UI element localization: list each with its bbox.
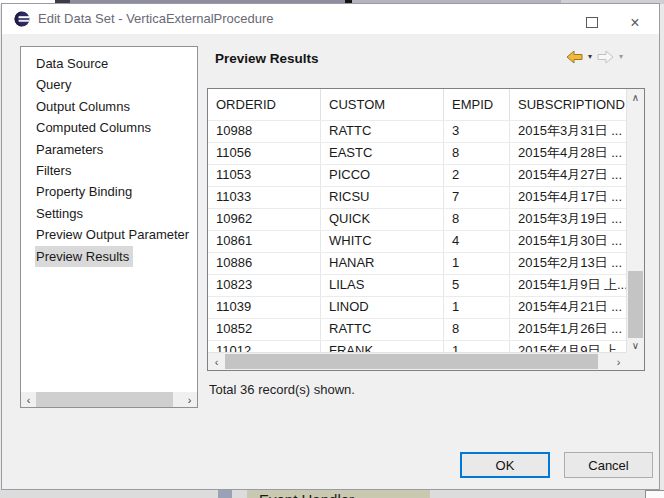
cell-empid: 3 [444,121,510,142]
table-row[interactable]: 10852 RATTC 8 2015年1月26日 ... [208,318,627,340]
scroll-left-icon[interactable]: ‹ [21,392,36,407]
table-header-cell[interactable]: ORDERID [208,89,321,120]
screen: Edit Data Set - VerticaExternalProcedure… [0,0,664,498]
scrollbar-thumb[interactable] [225,354,598,369]
title-bar[interactable]: Edit Data Set - VerticaExternalProcedure… [2,4,659,34]
cell-empid: 8 [444,143,510,164]
cell-subscriptiondate: 2015年4月21日 ... [510,297,627,318]
cell-custom: WHITC [321,231,444,252]
scroll-left-icon[interactable]: ‹ [208,353,225,370]
scrollbar-thumb[interactable] [36,392,173,407]
table-vertical-scrollbar[interactable]: ∧ ∨ [626,89,644,353]
background-tab: Event Handler [247,490,430,498]
cell-orderid: 10886 [208,253,321,274]
table-header-cell[interactable]: SUBSCRIPTIOND [510,89,627,120]
close-button[interactable]: × [617,8,653,37]
table-header-cell[interactable]: CUSTOM [321,89,444,120]
sidebar-item-label: Filters [35,160,75,181]
sidebar-item[interactable]: Parameters [21,139,197,160]
forward-menu-caret-icon[interactable]: ▾ [619,53,623,61]
back-arrow-icon[interactable] [566,50,583,64]
ok-button[interactable]: OK [460,452,550,478]
sidebar-item[interactable]: Output Columns [21,96,197,117]
sidebar-item-label: Output Columns [35,96,134,117]
cell-custom: RATTC [321,319,444,340]
cell-subscriptiondate: 2015年2月13日 ... [510,253,627,274]
forward-arrow-icon[interactable] [597,50,614,64]
background-fragment [645,490,664,498]
table-header-row: ORDERID CUSTOM EMPID SUBSCRIPTIOND [208,89,627,120]
sidebar-item-label: Preview Output Parameter [35,224,193,245]
cell-custom: PICCO [321,165,444,186]
sidebar-item[interactable]: Filters [21,160,197,181]
column-label: SUBSCRIPTIOND [518,97,625,112]
sidebar-item-label: Preview Results [35,246,133,267]
cell-orderid: 10823 [208,275,321,296]
cell-custom: LINOD [321,297,444,318]
back-menu-caret-icon[interactable]: ▾ [588,53,592,61]
table-row[interactable]: 10988 RATTC 3 2015年3月31日 ... [208,120,627,142]
cell-custom: RICSU [321,187,444,208]
history-nav: ▾ ▾ [566,50,623,64]
sidebar-items: Data Source Query Output Columns Compute… [21,53,197,267]
maximize-icon [586,17,598,28]
cell-subscriptiondate: 2015年3月31日 ... [510,121,627,142]
cell-empid: 8 [444,209,510,230]
table-row[interactable]: 11033 RICSU 7 2015年4月17日 ... [208,186,627,208]
scrollbar-thumb[interactable] [628,271,643,338]
preview-results-table: ORDERID CUSTOM EMPID SUBSCRIPTIOND 10988… [207,88,645,371]
table-row[interactable]: 11053 PICCO 2 2015年4月27日 ... [208,164,627,186]
scroll-up-icon[interactable]: ∧ [627,89,644,105]
cell-custom: LILAS [321,275,444,296]
table-horizontal-scrollbar[interactable]: ‹ › [208,352,627,370]
cell-custom: EASTC [321,143,444,164]
window-title: Edit Data Set - VerticaExternalProcedure [38,4,274,34]
table-body: 10988 RATTC 3 2015年3月31日 ... 11056 EASTC… [208,120,627,362]
cell-orderid: 10852 [208,319,321,340]
table-row[interactable]: 10886 HANAR 1 2015年2月13日 ... [208,252,627,274]
table-row[interactable]: 10962 QUICK 8 2015年3月19日 ... [208,208,627,230]
cell-orderid: 11056 [208,143,321,164]
sidebar-item[interactable]: Preview Results [21,246,197,267]
close-icon: × [630,15,639,31]
cell-subscriptiondate: 2015年4月17日 ... [510,187,627,208]
sidebar-horizontal-scrollbar[interactable]: ‹ › [21,392,197,407]
maximize-button[interactable] [574,8,610,37]
scroll-down-icon[interactable]: ∨ [627,337,644,353]
table-header-cell[interactable]: EMPID [444,89,510,120]
sidebar-item[interactable]: Query [21,74,197,95]
column-label: EMPID [452,97,493,112]
cell-orderid: 11033 [208,187,321,208]
scrollbar-corner [627,353,644,370]
sidebar-item[interactable]: Settings [21,203,197,224]
table-row[interactable]: 10861 WHITC 4 2015年1月30日 ... [208,230,627,252]
cell-empid: 4 [444,231,510,252]
background-fragment [218,490,232,498]
cell-subscriptiondate: 2015年4月28日 ... [510,143,627,164]
cell-empid: 8 [444,319,510,340]
eclipse-logo-icon [14,11,30,27]
cell-custom: RATTC [321,121,444,142]
scroll-right-icon[interactable]: › [610,353,627,370]
sidebar-item[interactable]: Preview Output Parameter [21,224,197,245]
background-tab-label: Event Handler [259,491,430,498]
sidebar-item[interactable]: Data Source [21,53,197,74]
cell-orderid: 10962 [208,209,321,230]
background-bottom-strip: Event Handler [0,490,664,498]
cell-custom: QUICK [321,209,444,230]
table-row[interactable]: 11039 LINOD 1 2015年4月21日 ... [208,296,627,318]
sidebar-item[interactable]: Property Binding [21,181,197,202]
cell-empid: 1 [444,297,510,318]
cell-subscriptiondate: 2015年3月19日 ... [510,209,627,230]
table-row[interactable]: 11056 EASTC 8 2015年4月28日 ... [208,142,627,164]
cancel-button[interactable]: Cancel [564,452,653,478]
sidebar-item-label: Data Source [35,53,112,74]
table-row[interactable]: 10823 LILAS 5 2015年1月9日 上... [208,274,627,296]
cell-orderid: 10988 [208,121,321,142]
sidebar-item-label: Parameters [35,139,107,160]
sidebar-item[interactable]: Computed Columns [21,117,197,138]
scroll-right-icon[interactable]: › [182,392,197,407]
cell-empid: 7 [444,187,510,208]
sidebar-item-label: Settings [35,203,87,224]
column-label: ORDERID [216,97,276,112]
